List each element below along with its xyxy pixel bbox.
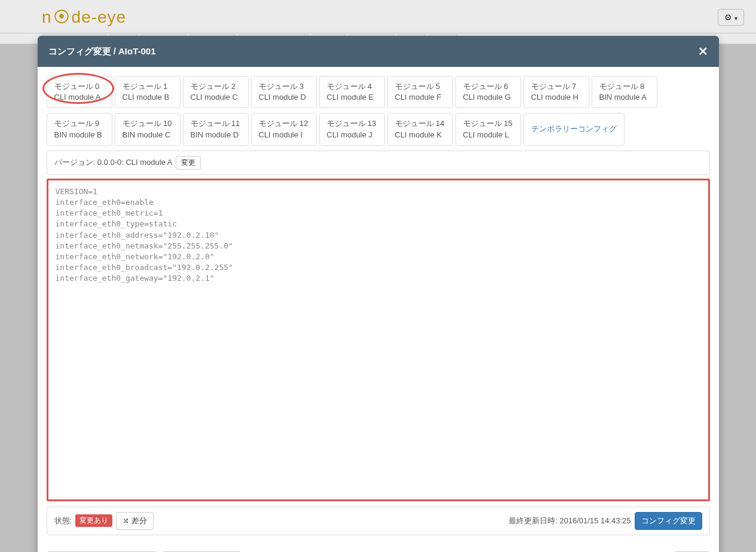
config-change-modal: コンフィグ変更 / AIoT-001 ✕ モジュール 0 CLI module … (38, 36, 719, 44)
modal-header: コンフィグ変更 / AIoT-001 ✕ (38, 36, 719, 44)
modal-backdrop: コンフィグ変更 / AIoT-001 ✕ モジュール 0 CLI module … (0, 0, 756, 44)
